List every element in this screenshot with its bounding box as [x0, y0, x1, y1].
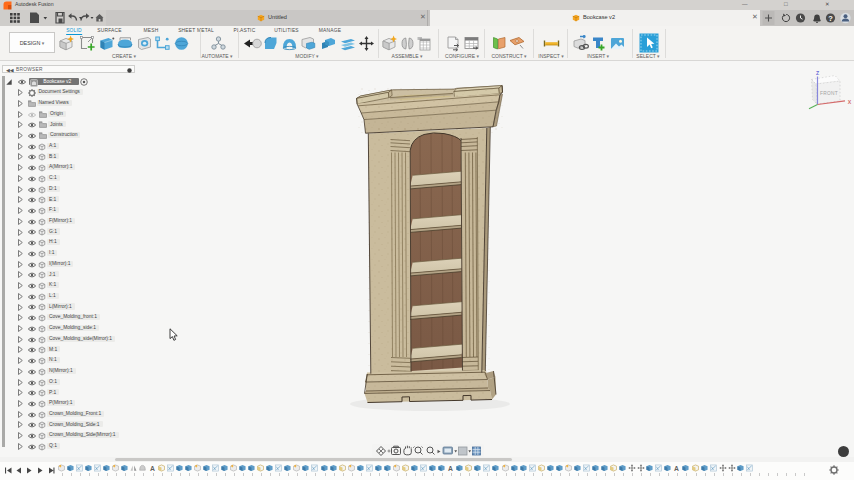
- svg-text:Z: Z: [816, 70, 820, 76]
- svg-text:A: A: [150, 464, 155, 471]
- svg-text:A: A: [448, 464, 453, 471]
- svg-text:?: ?: [828, 14, 833, 23]
- svg-text:A: A: [674, 464, 679, 471]
- svg-text:X: X: [848, 99, 852, 105]
- svg-text:FRONT: FRONT: [820, 91, 838, 96]
